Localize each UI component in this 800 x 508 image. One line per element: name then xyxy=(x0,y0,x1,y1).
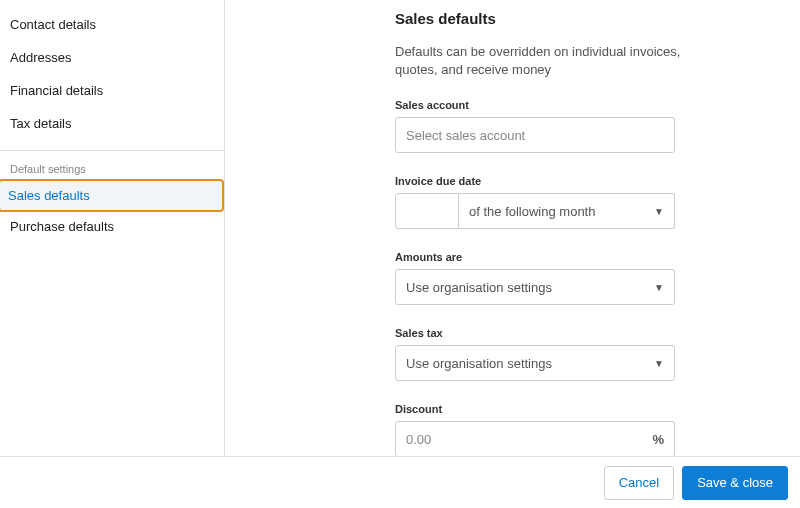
select-invoice-due-period[interactable]: of the following month ▼ xyxy=(459,193,675,229)
label-sales-account: Sales account xyxy=(395,99,768,111)
label-discount: Discount xyxy=(395,403,768,415)
input-discount-value: 0.00 xyxy=(406,432,431,447)
page-title: Sales defaults xyxy=(395,10,768,27)
field-amounts-are: Amounts are Use organisation settings ▼ xyxy=(395,251,768,305)
label-invoice-due-date: Invoice due date xyxy=(395,175,768,187)
chevron-down-icon: ▼ xyxy=(654,358,664,369)
save-button[interactable]: Save & close xyxy=(682,466,788,500)
input-sales-account[interactable]: Select sales account xyxy=(395,117,675,153)
percent-icon: % xyxy=(652,432,664,447)
select-sales-tax-value: Use organisation settings xyxy=(406,356,552,371)
select-amounts-are-value: Use organisation settings xyxy=(406,280,552,295)
chevron-down-icon: ▼ xyxy=(654,206,664,217)
sidebar-item-purchase-defaults[interactable]: Purchase defaults xyxy=(0,210,224,243)
page-intro: Defaults can be overridden on individual… xyxy=(395,43,685,79)
field-sales-tax: Sales tax Use organisation settings ▼ xyxy=(395,327,768,381)
field-discount: Discount 0.00 % xyxy=(395,403,768,457)
placeholder-sales-account: Select sales account xyxy=(406,128,525,143)
label-sales-tax: Sales tax xyxy=(395,327,768,339)
sidebar-item-sales-defaults[interactable]: Sales defaults xyxy=(0,179,224,212)
sidebar-item-contact-details[interactable]: Contact details xyxy=(0,8,224,41)
sidebar-item-financial-details[interactable]: Financial details xyxy=(0,74,224,107)
label-amounts-are: Amounts are xyxy=(395,251,768,263)
sidebar-item-tax-details[interactable]: Tax details xyxy=(0,107,224,140)
sidebar-section-label: Default settings xyxy=(0,151,224,181)
chevron-down-icon: ▼ xyxy=(654,282,664,293)
sidebar: Contact details Addresses Financial deta… xyxy=(0,0,225,508)
input-discount[interactable]: 0.00 % xyxy=(395,421,675,457)
sidebar-item-addresses[interactable]: Addresses xyxy=(0,41,224,74)
cancel-button[interactable]: Cancel xyxy=(604,466,674,500)
footer: Cancel Save & close xyxy=(0,456,800,508)
select-amounts-are[interactable]: Use organisation settings ▼ xyxy=(395,269,675,305)
input-invoice-due-number[interactable] xyxy=(395,193,459,229)
main-panel: Sales defaults Defaults can be overridde… xyxy=(225,0,800,508)
field-invoice-due-date: Invoice due date of the following month … xyxy=(395,175,768,229)
field-sales-account: Sales account Select sales account xyxy=(395,99,768,153)
select-sales-tax[interactable]: Use organisation settings ▼ xyxy=(395,345,675,381)
select-invoice-due-value: of the following month xyxy=(469,204,595,219)
